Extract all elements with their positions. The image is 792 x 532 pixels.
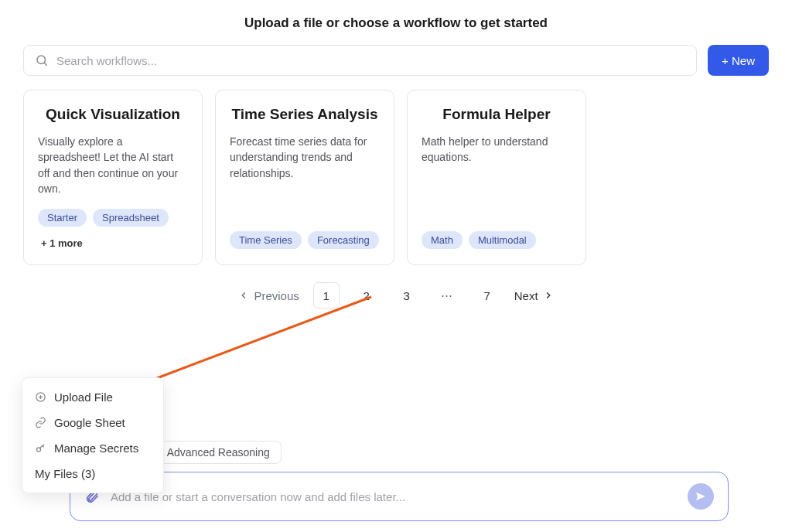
card-quick-visualization[interactable]: Quick Visualization Visually explore a s… (23, 90, 203, 265)
page-7[interactable]: 7 (474, 282, 500, 309)
card-description: Math helper to understand equations. (422, 134, 572, 165)
chat-input-box[interactable]: Add a file or start a conversation now a… (70, 472, 729, 521)
card-title: Quick Visualization (38, 106, 188, 123)
search-row: + New (0, 45, 792, 76)
new-button[interactable]: + New (708, 45, 769, 76)
card-time-series[interactable]: Time Series Analysis Forecast time serie… (215, 90, 394, 265)
plus-circle-icon (35, 391, 46, 403)
search-input[interactable] (56, 54, 685, 67)
next-button[interactable]: Next (514, 289, 554, 302)
my-files-item[interactable]: My Files (3) (22, 461, 163, 486)
card-tags: Time Series Forecasting (230, 231, 380, 249)
page-title: Upload a file or choose a workflow to ge… (0, 0, 792, 45)
card-tags: Math Multimodal (422, 231, 572, 249)
tag: Forecasting (308, 231, 379, 249)
chevron-right-icon (543, 290, 554, 301)
svg-line-9 (43, 445, 44, 447)
tag: Starter (38, 209, 87, 227)
search-icon (35, 53, 49, 67)
chevron-left-icon (238, 290, 249, 301)
chat-chips: Tools Advanced Reasoning (70, 441, 729, 464)
card-tags: Starter Spreadsheet (38, 209, 188, 227)
more-tags-link[interactable]: + 1 more (38, 237, 188, 249)
chat-placeholder: Add a file or start a conversation now a… (111, 490, 677, 503)
page-3[interactable]: 3 (394, 282, 420, 309)
key-icon (35, 442, 46, 454)
card-title: Time Series Analysis (230, 106, 380, 123)
advanced-reasoning-chip[interactable]: Advanced Reasoning (155, 441, 282, 464)
manage-secrets-item[interactable]: Manage Secrets (22, 435, 163, 461)
upload-file-item[interactable]: Upload File (22, 384, 163, 410)
card-description: Visually explore a spreadsheet! Let the … (38, 134, 188, 196)
send-icon (695, 490, 707, 503)
prev-button[interactable]: Previous (238, 289, 299, 302)
link-icon (35, 417, 46, 428)
card-title: Formula Helper (422, 106, 572, 123)
page-ellipsis: ⋯ (434, 282, 460, 309)
tag: Multimodal (469, 231, 536, 249)
google-sheet-item[interactable]: Google Sheet (22, 410, 163, 435)
send-button[interactable] (688, 483, 714, 510)
page-1[interactable]: 1 (313, 282, 340, 309)
chat-area: Tools Advanced Reasoning Add a file or s… (70, 441, 729, 521)
svg-line-1 (44, 63, 46, 65)
search-box[interactable] (23, 45, 697, 76)
tag: Time Series (230, 231, 302, 249)
svg-point-0 (37, 56, 46, 64)
tag: Math (422, 231, 463, 249)
workflow-cards: Quick Visualization Visually explore a s… (0, 90, 792, 265)
card-formula-helper[interactable]: Formula Helper Math helper to understand… (407, 90, 586, 265)
card-description: Forecast time series data for understand… (230, 134, 380, 181)
page-2[interactable]: 2 (353, 282, 380, 309)
attach-menu-popup: Upload File Google Sheet Manage Secrets … (22, 377, 164, 493)
tag: Spreadsheet (93, 209, 169, 227)
pagination: Previous 1 2 3 ⋯ 7 Next (0, 282, 792, 309)
